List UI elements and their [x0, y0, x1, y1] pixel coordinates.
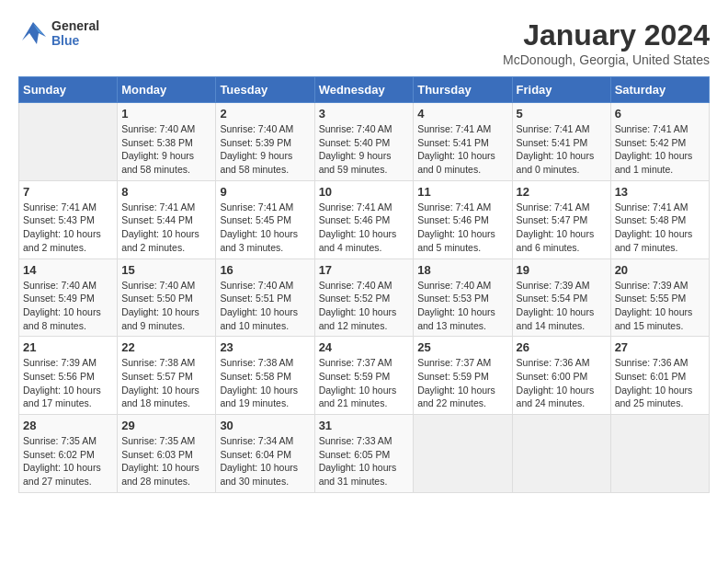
day-number: 21 — [23, 340, 113, 354]
day-info: Sunrise: 7:39 AM Sunset: 5:56 PM Dayligh… — [23, 356, 113, 410]
calendar-table: SundayMondayTuesdayWednesdayThursdayFrid… — [18, 76, 710, 493]
day-number: 25 — [417, 340, 507, 354]
day-info: Sunrise: 7:41 AM Sunset: 5:46 PM Dayligh… — [417, 201, 507, 255]
day-number: 24 — [319, 340, 410, 354]
day-number: 4 — [417, 107, 507, 121]
day-of-week-header: Monday — [118, 77, 216, 103]
logo-text: General Blue — [51, 18, 99, 48]
day-number: 12 — [517, 185, 607, 199]
calendar-cell: 17Sunrise: 7:40 AM Sunset: 5:52 PM Dayli… — [314, 259, 414, 337]
calendar-cell: 25Sunrise: 7:37 AM Sunset: 5:59 PM Dayli… — [414, 337, 512, 415]
calendar-header-row: SundayMondayTuesdayWednesdayThursdayFrid… — [19, 77, 710, 103]
day-info: Sunrise: 7:40 AM Sunset: 5:51 PM Dayligh… — [220, 279, 310, 333]
day-number: 8 — [121, 185, 211, 199]
calendar-cell: 5Sunrise: 7:41 AM Sunset: 5:41 PM Daylig… — [512, 103, 610, 181]
day-number: 28 — [23, 419, 113, 432]
calendar-cell: 13Sunrise: 7:41 AM Sunset: 5:48 PM Dayli… — [610, 180, 709, 259]
calendar-cell: 30Sunrise: 7:34 AM Sunset: 6:04 PM Dayli… — [216, 415, 314, 493]
day-info: Sunrise: 7:41 AM Sunset: 5:43 PM Dayligh… — [23, 201, 113, 255]
calendar-cell — [610, 415, 709, 493]
day-info: Sunrise: 7:36 AM Sunset: 6:01 PM Dayligh… — [615, 356, 705, 410]
calendar-cell: 21Sunrise: 7:39 AM Sunset: 5:56 PM Dayli… — [19, 337, 118, 415]
day-number: 5 — [517, 107, 607, 121]
logo-icon — [18, 20, 48, 46]
day-info: Sunrise: 7:40 AM Sunset: 5:49 PM Dayligh… — [23, 279, 113, 333]
day-number: 18 — [417, 263, 507, 277]
calendar-cell: 28Sunrise: 7:35 AM Sunset: 6:02 PM Dayli… — [19, 415, 118, 493]
day-info: Sunrise: 7:41 AM Sunset: 5:44 PM Dayligh… — [121, 201, 211, 255]
day-info: Sunrise: 7:40 AM Sunset: 5:40 PM Dayligh… — [319, 122, 410, 177]
day-number: 7 — [23, 185, 113, 199]
day-number: 1 — [121, 107, 211, 121]
calendar-cell: 11Sunrise: 7:41 AM Sunset: 5:46 PM Dayli… — [414, 180, 512, 259]
day-info: Sunrise: 7:41 AM Sunset: 5:41 PM Dayligh… — [517, 122, 607, 177]
day-info: Sunrise: 7:41 AM Sunset: 5:47 PM Dayligh… — [517, 201, 607, 255]
calendar-cell: 26Sunrise: 7:36 AM Sunset: 6:00 PM Dayli… — [512, 337, 610, 415]
day-number: 9 — [220, 185, 310, 199]
day-info: Sunrise: 7:37 AM Sunset: 5:59 PM Dayligh… — [417, 356, 507, 410]
day-of-week-header: Thursday — [414, 77, 512, 103]
day-info: Sunrise: 7:40 AM Sunset: 5:52 PM Dayligh… — [319, 279, 410, 333]
calendar-week-row: 21Sunrise: 7:39 AM Sunset: 5:56 PM Dayli… — [19, 337, 710, 415]
calendar-cell: 4Sunrise: 7:41 AM Sunset: 5:41 PM Daylig… — [414, 103, 512, 181]
day-number: 15 — [121, 263, 211, 277]
day-info: Sunrise: 7:41 AM Sunset: 5:42 PM Dayligh… — [615, 122, 705, 177]
calendar-cell: 22Sunrise: 7:38 AM Sunset: 5:57 PM Dayli… — [118, 337, 216, 415]
day-of-week-header: Tuesday — [216, 77, 314, 103]
day-of-week-header: Friday — [512, 77, 610, 103]
title-section: January 2024 McDonough, Georgia, United … — [503, 18, 710, 67]
logo: General Blue — [18, 18, 99, 48]
calendar-week-row: 14Sunrise: 7:40 AM Sunset: 5:49 PM Dayli… — [19, 259, 710, 337]
day-number: 26 — [517, 340, 607, 354]
day-number: 16 — [220, 263, 310, 277]
calendar-title: January 2024 — [503, 18, 710, 52]
calendar-cell: 3Sunrise: 7:40 AM Sunset: 5:40 PM Daylig… — [314, 103, 414, 181]
day-info: Sunrise: 7:39 AM Sunset: 5:55 PM Dayligh… — [615, 279, 705, 333]
day-info: Sunrise: 7:39 AM Sunset: 5:54 PM Dayligh… — [517, 279, 607, 333]
day-number: 19 — [517, 263, 607, 277]
day-info: Sunrise: 7:41 AM Sunset: 5:46 PM Dayligh… — [319, 201, 410, 255]
day-number: 13 — [615, 185, 705, 199]
calendar-cell — [414, 415, 512, 493]
calendar-cell: 10Sunrise: 7:41 AM Sunset: 5:46 PM Dayli… — [314, 180, 414, 259]
day-info: Sunrise: 7:40 AM Sunset: 5:38 PM Dayligh… — [121, 122, 211, 177]
day-of-week-header: Sunday — [19, 77, 118, 103]
day-info: Sunrise: 7:40 AM Sunset: 5:50 PM Dayligh… — [121, 279, 211, 333]
day-info: Sunrise: 7:40 AM Sunset: 5:53 PM Dayligh… — [417, 279, 507, 333]
calendar-cell — [512, 415, 610, 493]
calendar-cell: 20Sunrise: 7:39 AM Sunset: 5:55 PM Dayli… — [610, 259, 709, 337]
day-info: Sunrise: 7:38 AM Sunset: 5:57 PM Dayligh… — [121, 356, 211, 410]
calendar-cell: 29Sunrise: 7:35 AM Sunset: 6:03 PM Dayli… — [118, 415, 216, 493]
day-of-week-header: Saturday — [610, 77, 709, 103]
calendar-cell: 7Sunrise: 7:41 AM Sunset: 5:43 PM Daylig… — [19, 180, 118, 259]
calendar-cell: 1Sunrise: 7:40 AM Sunset: 5:38 PM Daylig… — [118, 103, 216, 181]
day-number: 20 — [615, 263, 705, 277]
calendar-cell: 18Sunrise: 7:40 AM Sunset: 5:53 PM Dayli… — [414, 259, 512, 337]
day-info: Sunrise: 7:38 AM Sunset: 5:58 PM Dayligh… — [220, 356, 310, 410]
day-number: 3 — [319, 107, 410, 121]
calendar-cell: 14Sunrise: 7:40 AM Sunset: 5:49 PM Dayli… — [19, 259, 118, 337]
svg-marker-0 — [22, 22, 46, 44]
calendar-cell — [19, 103, 118, 181]
day-number: 2 — [220, 107, 310, 121]
calendar-cell: 27Sunrise: 7:36 AM Sunset: 6:01 PM Dayli… — [610, 337, 709, 415]
page-header: General Blue January 2024 McDonough, Geo… — [18, 18, 710, 67]
calendar-subtitle: McDonough, Georgia, United States — [503, 52, 710, 67]
day-info: Sunrise: 7:41 AM Sunset: 5:48 PM Dayligh… — [615, 201, 705, 255]
calendar-week-row: 28Sunrise: 7:35 AM Sunset: 6:02 PM Dayli… — [19, 415, 710, 493]
day-info: Sunrise: 7:36 AM Sunset: 6:00 PM Dayligh… — [517, 356, 607, 410]
calendar-cell: 24Sunrise: 7:37 AM Sunset: 5:59 PM Dayli… — [314, 337, 414, 415]
day-info: Sunrise: 7:40 AM Sunset: 5:39 PM Dayligh… — [220, 122, 310, 177]
day-info: Sunrise: 7:35 AM Sunset: 6:03 PM Dayligh… — [121, 434, 211, 488]
day-info: Sunrise: 7:41 AM Sunset: 5:41 PM Dayligh… — [417, 122, 507, 177]
day-number: 14 — [23, 263, 113, 277]
calendar-cell: 12Sunrise: 7:41 AM Sunset: 5:47 PM Dayli… — [512, 180, 610, 259]
calendar-cell: 23Sunrise: 7:38 AM Sunset: 5:58 PM Dayli… — [216, 337, 314, 415]
day-number: 30 — [220, 419, 310, 432]
day-number: 6 — [615, 107, 705, 121]
day-number: 11 — [417, 185, 507, 199]
calendar-cell: 16Sunrise: 7:40 AM Sunset: 5:51 PM Dayli… — [216, 259, 314, 337]
day-info: Sunrise: 7:33 AM Sunset: 6:05 PM Dayligh… — [319, 434, 410, 488]
day-info: Sunrise: 7:35 AM Sunset: 6:02 PM Dayligh… — [23, 434, 113, 488]
calendar-cell: 6Sunrise: 7:41 AM Sunset: 5:42 PM Daylig… — [610, 103, 709, 181]
